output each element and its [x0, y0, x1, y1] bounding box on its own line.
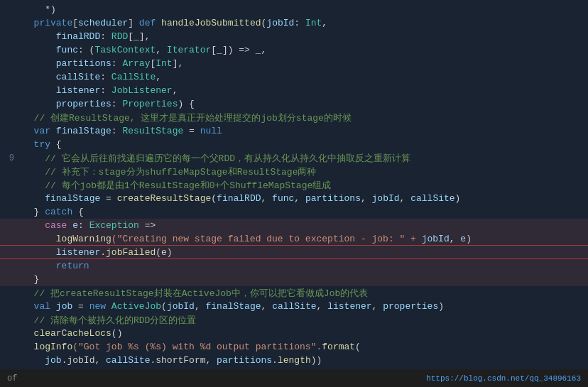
code-line: // 补充下：stage分为shuffleMapStage和ResultStag…: [0, 165, 588, 178]
line-content: // 每个job都是由1个ResultStage和0+个ShuffleMapSt…: [20, 179, 588, 192]
code-line: logInfo("Got job %s (%s) with %d output …: [0, 340, 588, 354]
code-line: // 创建ResultStage, 这里才是真正开始处理提交的job划分stag…: [0, 111, 588, 124]
line-content: private[scheduler] def handleJobSubmitte…: [20, 18, 588, 28]
line-content: // 创建ResultStage, 这里才是真正开始处理提交的job划分stag…: [20, 111, 588, 124]
line-content: case e: Exception =>: [20, 220, 588, 231]
code-line: clearCacheLocs(): [0, 327, 588, 340]
url-text: https://blog.csdn.net/qq_34896163: [426, 374, 581, 383]
code-line: private[scheduler] def handleJobSubmitte…: [0, 16, 588, 30]
code-line: listener.jobFailed(e): [0, 246, 588, 259]
code-line: // 清除每个被持久化的RDD分区的位置: [0, 313, 588, 327]
line-content: *): [20, 4, 588, 15]
code-line: } catch {: [0, 205, 588, 219]
code-line: listener: JobListener,: [0, 84, 588, 97]
line-content: func: (TaskContext, Iterator[_]) => _,: [20, 45, 588, 55]
line-content: listener: JobListener,: [20, 85, 588, 96]
line-content: // 清除每个被持久化的RDD分区的位置: [20, 314, 588, 327]
line-content: listener.jobFailed(e): [20, 247, 588, 258]
code-line: // 每个job都是由1个ResultStage和0+个ShuffleMapSt…: [0, 178, 588, 192]
line-content: job.jobId, callSite.shortForm, partition…: [20, 355, 588, 366]
code-line: try {: [0, 138, 588, 151]
code-line: }: [0, 273, 588, 286]
code-line: val job = new ActiveJob(jobId, finalStag…: [0, 300, 588, 313]
line-content: logInfo("Got job %s (%s) with %d output …: [20, 342, 588, 352]
code-line: 9 // 它会从后往前找递归遍历它的每一个父RDD，有从持久化从持久化中抽取反之…: [0, 151, 588, 165]
line-content: finalStage = createResultStage(finalRDD,…: [20, 193, 588, 204]
code-line: *): [0, 3, 588, 16]
line-content: val job = new ActiveJob(jobId, finalStag…: [20, 301, 588, 312]
page-of-text: of: [7, 374, 17, 383]
line-content: logWarning("Creating new stage failed du…: [20, 234, 588, 244]
line-number: 9: [0, 153, 20, 163]
code-line: partitions: Array[Int],: [0, 57, 588, 70]
line-content: properties: Properties) {: [20, 99, 588, 109]
line-content: finalRDD: RDD[_],: [20, 31, 588, 42]
line-content: return: [20, 261, 588, 271]
code-line: logWarning("Creating new stage failed du…: [0, 232, 588, 246]
line-content: // 它会从后往前找递归遍历它的每一个父RDD，有从持久化从持久化中抽取反之重新…: [20, 152, 588, 165]
line-content: // 补充下：stage分为shuffleMapStage和ResultStag…: [20, 165, 588, 178]
line-content: callSite: CallSite,: [20, 72, 588, 82]
code-line: properties: Properties) {: [0, 97, 588, 111]
code-line: finalStage = createResultStage(finalRDD,…: [0, 192, 588, 205]
line-content: try {: [20, 139, 588, 150]
status-bar: of https://blog.csdn.net/qq_34896163: [0, 369, 588, 387]
url-display: https://blog.csdn.net/qq_34896163: [426, 374, 581, 383]
code-line: var finalStage: ResultStage = null: [0, 124, 588, 138]
code-editor: *) private[scheduler] def handleJobSubmi…: [0, 0, 588, 369]
line-content: } catch {: [20, 207, 588, 217]
line-content: var finalStage: ResultStage = null: [20, 126, 588, 136]
line-content: partitions: Array[Int],: [20, 58, 588, 69]
code-line: callSite: CallSite,: [0, 70, 588, 84]
line-content: // 把createResultStage封装在ActiveJob中，你可以把它…: [20, 287, 588, 300]
code-line: finalRDD: RDD[_],: [0, 30, 588, 43]
line-content: clearCacheLocs(): [20, 328, 588, 339]
code-line: case e: Exception =>: [0, 219, 588, 232]
line-content: }: [20, 274, 588, 285]
code-line: // 把createResultStage封装在ActiveJob中，你可以把它…: [0, 286, 588, 300]
page-info: of: [7, 374, 17, 383]
code-line: job.jobId, callSite.shortForm, partition…: [0, 354, 588, 367]
code-line: return: [0, 259, 588, 273]
code-line: func: (TaskContext, Iterator[_]) => _,: [0, 43, 588, 57]
